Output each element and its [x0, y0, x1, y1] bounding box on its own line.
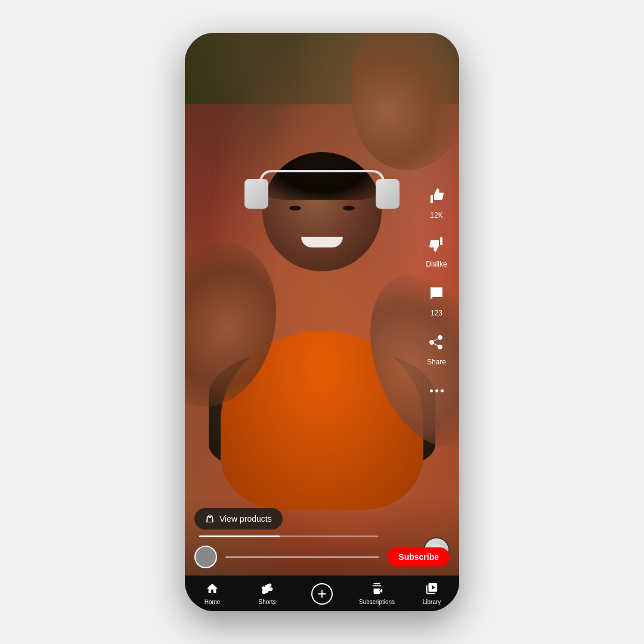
subscribe-button[interactable]: Subscribe: [388, 547, 450, 566]
view-products-label: View products: [219, 514, 272, 524]
nav-shorts[interactable]: Shorts: [240, 582, 295, 605]
phone-frame: 12K Dislike 123: [185, 33, 459, 611]
like-count: 12K: [430, 211, 442, 219]
home-icon: [206, 582, 219, 597]
nav-subscriptions[interactable]: Subscriptions: [349, 582, 404, 605]
nav-add[interactable]: [295, 583, 349, 605]
bottom-overlay: View products Subscribe: [185, 508, 459, 575]
library-icon: [425, 582, 438, 597]
dislike-button[interactable]: Dislike: [423, 231, 450, 268]
comment-button[interactable]: 123: [423, 280, 450, 317]
add-icon: [311, 583, 333, 605]
channel-avatar[interactable]: [194, 546, 217, 568]
nav-shorts-label: Shorts: [259, 599, 276, 605]
shorts-icon: [261, 582, 274, 597]
dislike-icon: [423, 231, 450, 258]
share-button[interactable]: Share: [423, 329, 450, 366]
like-button[interactable]: 12K: [423, 182, 450, 219]
view-products-button[interactable]: View products: [194, 508, 283, 530]
channel-row: Subscribe: [194, 546, 450, 568]
like-icon: [423, 182, 450, 209]
more-icon: [430, 378, 444, 404]
dislike-label: Dislike: [426, 260, 447, 268]
nav-home[interactable]: Home: [185, 582, 240, 605]
comment-count: 123: [431, 309, 442, 317]
progress-fill: [199, 535, 280, 537]
video-area[interactable]: 12K Dislike 123: [185, 33, 459, 611]
channel-name-placeholder: [225, 556, 379, 558]
nav-library-label: Library: [423, 599, 441, 605]
action-bar: 12K Dislike 123: [423, 182, 450, 404]
comment-icon: [423, 280, 450, 306]
nav-home-label: Home: [205, 599, 221, 605]
share-label: Share: [427, 358, 446, 366]
more-button[interactable]: [430, 378, 444, 404]
subscriptions-icon: [370, 582, 383, 597]
nav-subscriptions-label: Subscriptions: [359, 599, 395, 605]
progress-bar[interactable]: [199, 535, 378, 537]
nav-library[interactable]: Library: [404, 582, 459, 605]
shopping-bag-icon: [205, 514, 215, 524]
bottom-navigation: Home Shorts: [185, 575, 459, 611]
share-icon: [423, 329, 450, 355]
